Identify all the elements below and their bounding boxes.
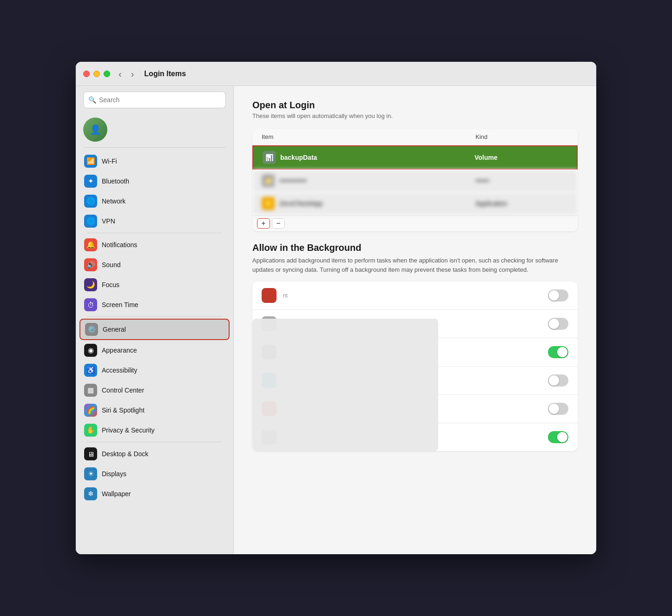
sidebar-item-bluetooth[interactable]: ✦ Bluetooth (79, 171, 230, 191)
bluetooth-icon: ✦ (84, 175, 97, 188)
notifications-icon: 🔔 (84, 238, 97, 251)
sidebar-divider3 (87, 316, 222, 317)
wallpaper-icon: ❄ (84, 487, 97, 500)
open-at-login-title: Open at Login (252, 100, 578, 111)
background-desc: Applications add background items to per… (252, 256, 578, 274)
sidebar-divider (83, 147, 226, 148)
back-button[interactable]: ‹ (116, 68, 125, 79)
item-kind: •••••• (475, 177, 568, 184)
sidebar-item-sound[interactable]: 🔊 Sound (79, 255, 230, 275)
content-area: 🔍 👤 📶 Wi-Fi ✦ Bluetooth (76, 86, 596, 554)
toggle-switch[interactable] (548, 346, 568, 358)
minimize-button[interactable] (93, 71, 100, 77)
login-items-card: Item Kind 📊 backupData Volume 📁 ••••••••… (252, 129, 578, 231)
search-container: 🔍 (76, 86, 233, 114)
main-content: Open at Login These items will open auto… (234, 86, 596, 554)
item-name: •••••••••••• (279, 177, 475, 184)
toggle-knob (557, 432, 567, 442)
sidebar-item-focus[interactable]: 🌙 Focus (79, 275, 230, 295)
sidebar-item-label: Displays (102, 470, 126, 478)
sidebar-item-privacy[interactable]: ✋ Privacy & Security (79, 420, 230, 440)
background-section: Allow in the Background Applications add… (252, 242, 578, 451)
search-icon: 🔍 (88, 96, 96, 104)
sidebar-item-label: Appearance (102, 347, 137, 354)
sidebar-divider4 (87, 442, 222, 442)
forward-button[interactable]: › (128, 68, 137, 79)
avatar: 👤 (83, 118, 107, 142)
sidebar-item-screentime[interactable]: ⏱ Screen Time (79, 295, 230, 315)
login-items-header: Item Kind (252, 129, 578, 145)
dropdown-overlay (252, 319, 438, 451)
toggle-switch[interactable] (548, 318, 568, 330)
search-input[interactable] (99, 96, 221, 104)
sidebar-item-notifications[interactable]: 🔔 Notifications (79, 235, 230, 255)
sidebar-item-label: VPN (102, 217, 115, 225)
sidebar-item-label: Bluetooth (102, 177, 129, 185)
sound-icon: 🔊 (84, 258, 97, 271)
sidebar-item-accessibility[interactable]: ♿ Accessibility (79, 360, 230, 380)
system-preferences-window: ‹ › Login Items 🔍 👤 📶 Wi-F (76, 62, 596, 554)
privacy-icon: ✋ (84, 424, 97, 437)
bg-item-icon (262, 288, 277, 303)
login-item-row[interactable]: 📊 backupData Volume (252, 145, 578, 170)
sidebar-item-label: Siri & Spotlight (102, 406, 145, 414)
toggle-knob (549, 404, 559, 414)
sidebar-item-label: Focus (102, 281, 119, 288)
appearance-icon: ◉ (84, 344, 97, 357)
nav-buttons: ‹ › (116, 68, 137, 79)
toggle-knob (549, 319, 559, 329)
toggle-switch[interactable] (548, 403, 568, 415)
sidebar-item-label: Notifications (102, 241, 137, 249)
toggle-knob (549, 290, 559, 301)
toggle-switch[interactable] (548, 374, 568, 387)
close-button[interactable] (83, 71, 90, 77)
remove-item-button[interactable]: − (272, 218, 285, 229)
login-item-row[interactable]: 📁 •••••••••••• •••••• (252, 170, 578, 192)
login-item-row[interactable]: 🟡 ZeroCheckApp Application (252, 192, 578, 215)
accessibility-icon: ♿ (84, 364, 97, 377)
background-items-card: rs (252, 282, 578, 451)
bg-item-info: rs (283, 292, 548, 299)
screentime-icon: ⏱ (84, 298, 97, 311)
wifi-icon: 📶 (84, 155, 97, 168)
sidebar-item-desktop[interactable]: 🖥 Desktop & Dock (79, 444, 230, 464)
sidebar-items: 📶 Wi-Fi ✦ Bluetooth 🌐 Network 🌐 VPN (76, 150, 233, 554)
add-remove-bar: + − (252, 215, 578, 231)
sidebar-item-wifi[interactable]: 📶 Wi-Fi (79, 151, 230, 171)
bg-item-row: rs (252, 282, 578, 310)
item-icon: 📊 (263, 151, 276, 164)
background-title: Allow in the Background (252, 242, 578, 253)
sidebar-item-label: Screen Time (102, 301, 138, 308)
sidebar-item-label: Control Center (102, 387, 144, 394)
siri-icon: 🌈 (84, 404, 97, 417)
sidebar-item-wallpaper[interactable]: ❄ Wallpaper (79, 484, 230, 504)
sidebar-item-controlcenter[interactable]: ▦ Control Center (79, 380, 230, 400)
toggle-switch[interactable] (548, 431, 568, 443)
sidebar-item-label: Wallpaper (102, 490, 131, 498)
user-profile[interactable]: 👤 (76, 114, 233, 145)
search-box[interactable]: 🔍 (83, 92, 226, 108)
network-icon: 🌐 (84, 195, 97, 208)
sidebar-item-label: Privacy & Security (102, 426, 155, 434)
toggle-switch[interactable] (548, 289, 568, 301)
window-title: Login Items (144, 70, 186, 78)
sidebar-item-siri[interactable]: 🌈 Siri & Spotlight (79, 400, 230, 420)
focus-icon: 🌙 (84, 278, 97, 291)
controlcenter-icon: ▦ (84, 384, 97, 397)
sidebar: 🔍 👤 📶 Wi-Fi ✦ Bluetooth (76, 86, 234, 554)
sidebar-item-label: Network (102, 197, 125, 205)
maximize-button[interactable] (104, 71, 110, 77)
col-item-header: Item (262, 133, 475, 140)
sidebar-item-displays[interactable]: ☀ Displays (79, 464, 230, 484)
vpn-icon: 🌐 (84, 215, 97, 228)
toggle-knob (549, 375, 559, 386)
add-item-button[interactable]: + (257, 218, 270, 229)
col-kind-header: Kind (475, 133, 568, 140)
open-at-login-subtitle: These items will open automatically when… (252, 112, 578, 119)
sidebar-item-appearance[interactable]: ◉ Appearance (79, 341, 230, 360)
displays-icon: ☀ (84, 467, 97, 480)
sidebar-item-vpn[interactable]: 🌐 VPN (79, 211, 230, 231)
sidebar-item-label: Sound (102, 261, 120, 269)
sidebar-item-network[interactable]: 🌐 Network (79, 191, 230, 211)
sidebar-item-general[interactable]: ⚙️ General (79, 319, 230, 340)
